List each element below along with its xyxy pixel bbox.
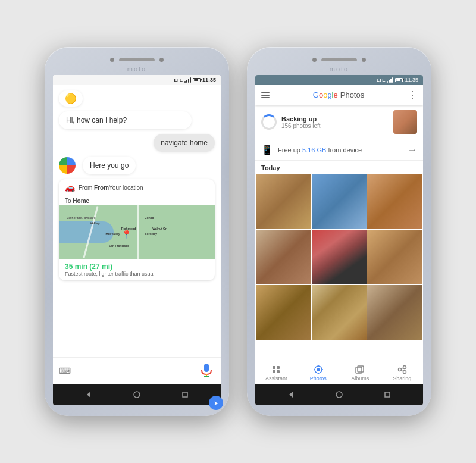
hamburger-line-3 — [261, 97, 270, 98]
backup-title: Backing up — [281, 115, 389, 123]
status-bar-right: LTE 11:35 — [255, 75, 423, 85]
logo-photos: Photos — [340, 90, 364, 99]
backup-banner: Backing up 156 photos left — [255, 105, 423, 139]
phone-right: moto LTE 11:35 Goo — [247, 47, 431, 416]
photo-9[interactable] — [367, 285, 422, 340]
svg-point-24 — [336, 392, 342, 398]
assistant-logo — [59, 157, 76, 174]
lte-right: LTE — [377, 77, 386, 83]
map-road-2 — [137, 205, 139, 259]
photos-nav-icon — [314, 365, 323, 374]
screen-left: LTE 11:35 🟡 Hi, how can I help? navigate… — [53, 75, 221, 405]
svg-point-19 — [403, 366, 406, 369]
back-button-right[interactable] — [285, 389, 297, 401]
battery-right — [395, 78, 403, 82]
recent-button-left[interactable] — [179, 389, 191, 401]
assistant-footer: ⌨ — [53, 357, 221, 384]
photo-4[interactable] — [256, 230, 311, 285]
logo-g: G — [313, 90, 319, 99]
svg-marker-23 — [289, 392, 293, 398]
photo-3[interactable] — [367, 174, 422, 229]
time-left: 11:35 — [202, 77, 216, 83]
nav-assistant[interactable]: Assistant — [255, 361, 298, 384]
logo-text: Google — [313, 90, 338, 99]
back-button-left[interactable] — [83, 389, 95, 401]
battery-left — [193, 78, 201, 82]
photo-6[interactable] — [367, 230, 422, 285]
nav-sharing-label: Sharing — [393, 376, 411, 381]
svg-rect-0 — [204, 364, 209, 372]
svg-point-20 — [403, 371, 406, 374]
svg-marker-3 — [87, 392, 90, 398]
map-card-footer: 35 min (27 mi) Fastest route, lighter tr… — [59, 259, 215, 280]
from-label: From FromYour location — [79, 184, 143, 191]
map-card-header: 🚗 From FromYour location — [59, 179, 215, 196]
response-bubble: Here you go — [83, 157, 136, 174]
photo-8[interactable] — [312, 285, 367, 340]
nav-albums[interactable]: Albums — [339, 361, 381, 384]
hamburger-line-1 — [261, 92, 270, 93]
nav-sharing[interactable]: Sharing — [381, 361, 424, 384]
app-bar: Google Photos ⋮ — [255, 85, 423, 105]
backup-spinner — [261, 114, 277, 130]
bottom-nav: Assistant Photos Albums — [255, 361, 423, 384]
photo-1[interactable] — [256, 174, 311, 229]
keyboard-icon[interactable]: ⌨ — [59, 366, 71, 376]
signal-left — [184, 77, 191, 83]
home-button-right[interactable] — [333, 389, 345, 401]
photo-5[interactable] — [312, 230, 367, 285]
front-camera-left — [110, 58, 114, 62]
nav-bar-left — [53, 384, 221, 405]
speaker-right — [321, 58, 357, 61]
city-sf: San Francisco — [109, 244, 129, 248]
phone-top-bar-left — [53, 58, 221, 62]
city-walnut: Walnut Cr — [152, 227, 166, 230]
svg-point-4 — [134, 392, 140, 398]
svg-rect-6 — [273, 366, 275, 369]
backup-text: Backing up 156 photos left — [281, 115, 389, 129]
brand-right: moto — [330, 65, 349, 73]
map-bg: Conco VAlliey Richmond Walnut Cr Mill Va… — [59, 205, 215, 259]
svg-line-22 — [401, 370, 403, 371]
svg-line-21 — [401, 368, 403, 369]
phone-top-bar-right — [255, 58, 423, 62]
map-route-info: Fastest route, lighter traffic than usua… — [65, 271, 209, 277]
photo-grid — [255, 174, 423, 340]
app-title: Google Photos — [313, 90, 364, 99]
recent-button-right[interactable] — [381, 389, 393, 401]
sharing-nav-icon — [397, 365, 407, 374]
map-pin: 📍 — [121, 230, 131, 239]
mic-button[interactable] — [198, 362, 215, 379]
more-options-button[interactable]: ⋮ — [408, 89, 417, 101]
map-duration: 35 min (27 mi) — [65, 262, 209, 271]
city-concord: Conco — [145, 216, 154, 220]
free-up-banner[interactable]: 📱 Free up 5.16 GB from device → — [255, 139, 423, 161]
photo-7[interactable] — [256, 285, 311, 340]
assistant-content: 🟡 Hi, how can I help? navigate home Here… — [53, 85, 221, 357]
svg-rect-8 — [273, 370, 275, 373]
nav-assistant-label: Assistant — [265, 376, 287, 381]
photo-2[interactable] — [312, 174, 367, 229]
front-camera-right — [312, 58, 317, 62]
free-up-text: Free up 5.16 GB from device — [278, 146, 403, 154]
to-label: Home — [73, 198, 89, 204]
emoji-bubble: 🟡 — [59, 90, 83, 107]
home-button-left[interactable] — [131, 389, 143, 401]
section-title-today: Today — [255, 161, 423, 174]
time-right: 11:35 — [405, 77, 418, 83]
city-vallejo: VAlliey — [90, 221, 99, 225]
status-bar-left: LTE 11:35 — [53, 75, 221, 85]
nav-photos[interactable]: Photos — [298, 361, 340, 384]
device-icon: 📱 — [261, 144, 273, 155]
svg-point-18 — [398, 368, 401, 371]
brand-left: moto — [127, 65, 146, 73]
user-bubble: navigate home — [154, 134, 215, 152]
assistant-response: Here you go — [59, 157, 215, 174]
backup-thumbnail — [393, 110, 417, 134]
phone-left: moto LTE 11:35 🟡 Hi, how can I help? nav… — [45, 47, 229, 416]
front-camera-right2 — [362, 58, 366, 62]
arrow-right-icon: → — [408, 145, 417, 155]
menu-button[interactable] — [261, 92, 270, 98]
city-berkeley: Berkeley — [145, 232, 157, 236]
svg-rect-9 — [277, 370, 280, 373]
